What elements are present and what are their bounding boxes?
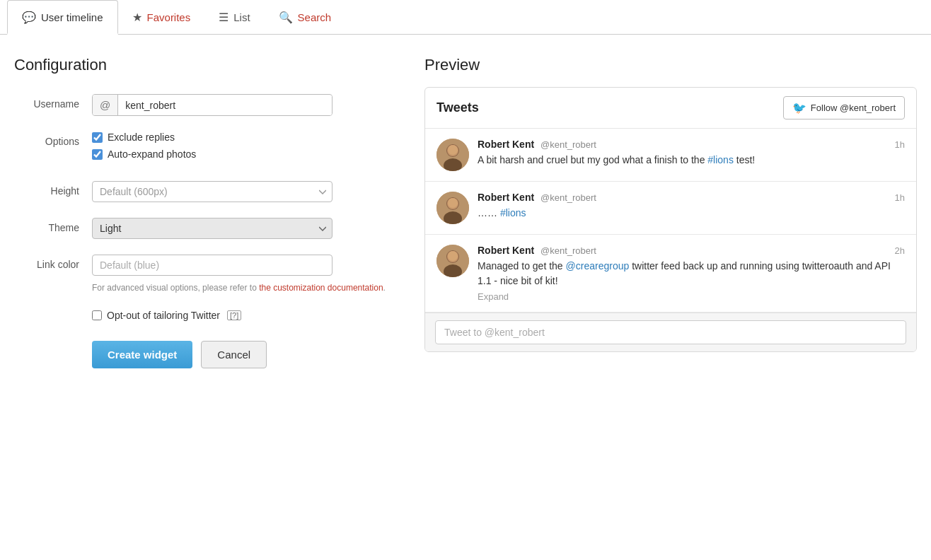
twitter-bird-icon: 🐦 [792,101,806,115]
options-label: Options [14,132,92,147]
tweet-link-2[interactable]: #lions [500,207,526,218]
tweet-text-1: A bit harsh and cruel but my god what a … [478,153,905,168]
tweet-item-2: Robert Kent @kent_robert 1h …… #lions [425,182,916,235]
optout-row[interactable]: Opt-out of tailoring Twitter [?] [92,310,396,321]
options-row: Options Exclude replies Auto-expand phot… [14,132,396,165]
options-control-wrap: Exclude replies Auto-expand photos [92,132,396,165]
svg-point-4 [448,145,458,155]
theme-control-wrap: Light Dark [92,218,396,239]
star-icon: ★ [132,11,142,24]
chat-icon: 💬 [22,11,36,24]
tweet-text-2: …… #lions [478,206,905,221]
tweet-link-3[interactable]: @crearegroup [566,260,630,272]
height-select[interactable]: Default (600px) 400px 800px [92,181,332,202]
question-mark[interactable]: [?] [227,310,241,320]
tab-list-label: List [233,11,250,23]
link-color-control-wrap: For advanced visual options, please refe… [92,255,396,294]
tweet-author-3: Robert Kent @kent_robert [478,245,596,256]
advanced-text: For advanced visual options, please refe… [92,281,396,294]
tweet-item-3: Robert Kent @kent_robert 2h Managed to g… [425,235,916,313]
theme-select[interactable]: Light Dark [92,218,332,239]
config-panel: Configuration Username @ Options Exclude… [14,56,396,368]
tweet-content-3: Robert Kent @kent_robert 2h Managed to g… [478,245,905,302]
tab-user-timeline-label: User timeline [41,11,103,23]
tweet-avatar-2 [436,192,469,224]
exclude-replies-checkbox-row[interactable]: Exclude replies [92,132,396,143]
theme-label: Theme [14,218,92,233]
follow-button[interactable]: 🐦 Follow @kent_robert [783,96,905,119]
preview-panel: Preview Tweets 🐦 Follow @kent_robert [424,56,917,368]
create-widget-button[interactable]: Create widget [92,341,192,368]
preview-title: Preview [424,56,917,74]
tab-list[interactable]: ☰ List [204,0,264,35]
search-icon: 🔍 [279,11,293,24]
username-row: Username @ [14,94,396,116]
buttons-row: Create widget Cancel [14,341,396,368]
tweet-meta-2: Robert Kent @kent_robert 1h [478,192,905,203]
customization-link[interactable]: the customization documentation [259,283,383,293]
tweet-input[interactable] [435,320,906,344]
list-icon: ☰ [219,11,229,24]
height-control-wrap: Default (600px) 400px 800px [92,181,396,202]
tab-search[interactable]: 🔍 Search [265,0,346,35]
username-control-wrap: @ [92,94,396,116]
config-title: Configuration [14,56,396,74]
auto-expand-checkbox-row[interactable]: Auto-expand photos [92,148,396,160]
link-color-label: Link color [14,255,92,270]
tweet-author-1: Robert Kent @kent_robert [478,139,596,150]
tab-search-label: Search [298,11,332,23]
tweet-expand-3[interactable]: Expand [478,291,905,302]
link-color-input[interactable] [92,255,332,276]
username-label: Username [14,94,92,110]
tweet-meta-1: Robert Kent @kent_robert 1h [478,139,905,150]
tweets-title: Tweets [436,100,479,115]
tweets-container: Tweets 🐦 Follow @kent_robert [424,87,917,352]
tab-user-timeline[interactable]: 💬 User timeline [7,0,118,35]
exclude-replies-checkbox[interactable] [92,132,103,143]
auto-expand-checkbox[interactable] [92,149,103,160]
theme-row: Theme Light Dark [14,218,396,239]
follow-button-label: Follow @kent_robert [811,103,896,113]
tweet-item-1: Robert Kent @kent_robert 1h A bit harsh … [425,129,916,182]
link-color-row: Link color For advanced visual options, … [14,255,396,294]
tweet-meta-3: Robert Kent @kent_robert 2h [478,245,905,256]
exclude-replies-label: Exclude replies [108,132,175,143]
cancel-button[interactable]: Cancel [201,341,267,368]
tab-favorites[interactable]: ★ Favorites [118,0,205,35]
height-row: Height Default (600px) 400px 800px [14,181,396,202]
tweet-avatar-3 [436,245,469,277]
svg-point-14 [448,251,458,261]
optout-section: Opt-out of tailoring Twitter [?] [14,310,396,321]
tweet-author-2: Robert Kent @kent_robert [478,192,596,203]
tab-favorites-label: Favorites [147,11,191,23]
tweet-avatar-1 [436,139,469,171]
tweet-content-1: Robert Kent @kent_robert 1h A bit harsh … [478,139,905,171]
tweet-content-2: Robert Kent @kent_robert 1h …… #lions [478,192,905,224]
tabs-bar: 💬 User timeline ★ Favorites ☰ List 🔍 Sea… [0,0,931,35]
optout-label: Opt-out of tailoring Twitter [107,310,220,321]
height-label: Height [14,181,92,197]
at-symbol: @ [93,95,118,115]
tweet-link-1[interactable]: #lions [707,154,734,165]
username-input-wrap: @ [92,94,332,116]
username-input[interactable] [118,95,332,115]
tweets-header: Tweets 🐦 Follow @kent_robert [425,88,916,129]
svg-point-9 [448,198,458,208]
tweet-input-wrap [425,313,916,351]
auto-expand-label: Auto-expand photos [108,148,196,160]
main-layout: Configuration Username @ Options Exclude… [0,35,931,390]
optout-checkbox[interactable] [92,310,102,320]
tweet-text-3: Managed to get the @crearegroup twitter … [478,259,905,288]
